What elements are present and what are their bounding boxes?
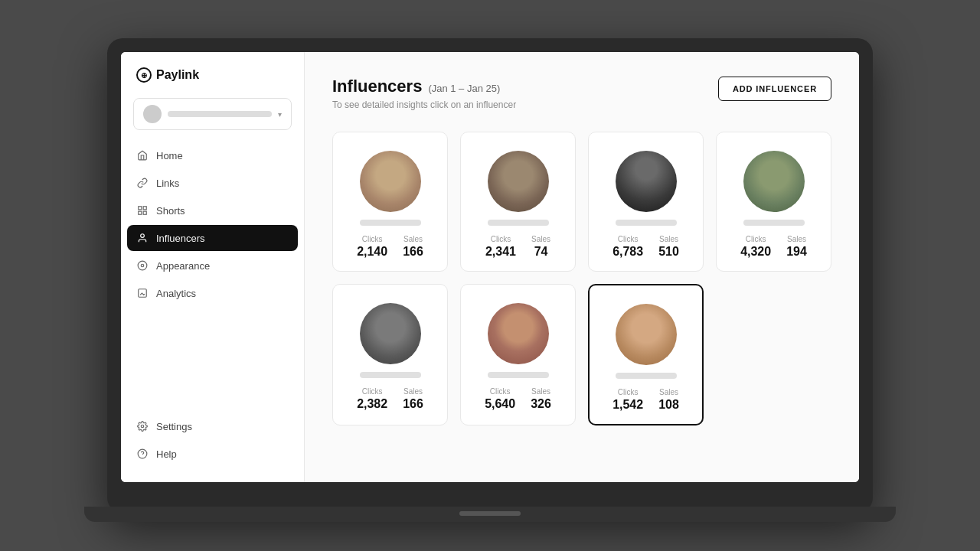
sidebar-item-appearance-label: Appearance bbox=[156, 260, 210, 272]
clicks-value-2: 2,341 bbox=[485, 245, 516, 259]
help-icon bbox=[136, 448, 149, 460]
clicks-value-3: 6,783 bbox=[612, 245, 643, 259]
sidebar-item-appearance[interactable]: Appearance bbox=[127, 253, 298, 279]
svg-point-4 bbox=[141, 234, 145, 238]
avatar bbox=[143, 105, 162, 123]
sales-label-6: Sales bbox=[531, 387, 550, 396]
sidebar-item-influencers-label: Influencers bbox=[156, 233, 205, 244]
sales-value-2: 74 bbox=[534, 245, 548, 259]
sidebar-bottom-nav: Settings Help bbox=[121, 413, 304, 467]
sales-stat-5: Sales 166 bbox=[403, 387, 423, 411]
sales-label-2: Sales bbox=[531, 235, 550, 243]
sales-stat-6: Sales 326 bbox=[531, 387, 551, 411]
person-icon bbox=[136, 232, 149, 244]
clicks-value-5: 2,382 bbox=[357, 397, 387, 411]
influencer-stats-1: Clicks 2,140 Sales 166 bbox=[345, 235, 435, 259]
sales-stat-1: Sales 166 bbox=[403, 235, 423, 259]
influencer-avatar-1 bbox=[360, 151, 421, 212]
svg-rect-1 bbox=[143, 207, 146, 210]
influencer-card-7[interactable]: Clicks 1,542 Sales 108 bbox=[588, 284, 704, 425]
laptop-base bbox=[84, 507, 896, 522]
influencer-stats-5: Clicks 2,382 Sales 166 bbox=[345, 387, 435, 411]
influencer-avatar-6 bbox=[488, 303, 549, 364]
influencer-stats-4: Clicks 4,320 Sales 194 bbox=[729, 235, 818, 259]
home-icon bbox=[136, 149, 149, 161]
influencers-grid: Clicks 2,140 Sales 166 Clicks 2,341 Sale… bbox=[332, 132, 831, 425]
influencer-card-5[interactable]: Clicks 2,382 Sales 166 bbox=[332, 284, 448, 425]
sidebar-item-links-label: Links bbox=[156, 178, 179, 189]
clicks-label-7: Clicks bbox=[618, 388, 639, 396]
sidebar-item-influencers[interactable]: Influencers bbox=[127, 225, 298, 251]
link-icon bbox=[136, 177, 149, 189]
sidebar-item-shorts-label: Shorts bbox=[156, 205, 185, 217]
sales-value-7: 108 bbox=[658, 398, 679, 412]
page-title-text: Influencers bbox=[332, 77, 422, 96]
influencer-name-3 bbox=[616, 220, 677, 226]
influencer-name-1 bbox=[360, 220, 421, 226]
influencer-avatar-4 bbox=[743, 151, 805, 212]
influencer-name-7 bbox=[616, 373, 677, 379]
profile-selector[interactable]: ▾ bbox=[133, 98, 292, 130]
clicks-stat-7: Clicks 1,542 bbox=[612, 388, 643, 412]
influencer-card-4[interactable]: Clicks 4,320 Sales 194 bbox=[716, 132, 831, 272]
clicks-label-2: Clicks bbox=[491, 235, 511, 243]
influencer-card-1[interactable]: Clicks 2,140 Sales 166 bbox=[332, 132, 448, 272]
influencer-card-2[interactable]: Clicks 2,341 Sales 74 bbox=[460, 132, 576, 272]
sidebar-item-analytics[interactable]: Analytics bbox=[127, 280, 298, 306]
settings-icon bbox=[136, 420, 149, 432]
influencer-name-5 bbox=[360, 372, 421, 378]
influencer-avatar-2 bbox=[488, 151, 549, 212]
svg-point-8 bbox=[141, 425, 144, 428]
svg-rect-0 bbox=[139, 207, 142, 210]
influencer-avatar-3 bbox=[616, 151, 677, 212]
influencer-stats-6: Clicks 5,640 Sales 326 bbox=[473, 387, 563, 411]
sidebar-item-help-label: Help bbox=[156, 448, 177, 460]
sales-stat-7: Sales 108 bbox=[658, 388, 679, 412]
sales-value-3: 510 bbox=[658, 245, 679, 259]
sidebar-item-links[interactable]: Links bbox=[127, 170, 298, 196]
clicks-value-6: 5,640 bbox=[485, 397, 515, 411]
svg-point-6 bbox=[141, 264, 144, 267]
svg-point-5 bbox=[138, 261, 147, 270]
add-influencer-button[interactable]: ADD INFLUENCER bbox=[718, 77, 831, 101]
sales-label-7: Sales bbox=[659, 388, 678, 396]
sales-value-6: 326 bbox=[531, 397, 551, 411]
sales-label-4: Sales bbox=[787, 235, 806, 243]
sidebar-item-settings-label: Settings bbox=[156, 421, 192, 432]
sidebar: ⊕ Paylink ▾ Home Li bbox=[121, 52, 305, 482]
sidebar-item-help[interactable]: Help bbox=[127, 441, 298, 467]
sales-value-1: 166 bbox=[403, 245, 423, 259]
sidebar-item-home-label: Home bbox=[156, 150, 183, 161]
clicks-value-4: 4,320 bbox=[740, 245, 771, 259]
grid-icon bbox=[136, 204, 149, 217]
sidebar-item-shorts[interactable]: Shorts bbox=[127, 197, 298, 223]
clicks-stat-1: Clicks 2,140 bbox=[357, 235, 387, 259]
clicks-stat-2: Clicks 2,341 bbox=[485, 235, 516, 259]
logo-icon: ⊕ bbox=[136, 67, 152, 83]
influencer-name-4 bbox=[743, 220, 805, 226]
sidebar-item-settings[interactable]: Settings bbox=[127, 413, 298, 439]
clicks-label-1: Clicks bbox=[362, 235, 383, 243]
clicks-label-5: Clicks bbox=[362, 387, 383, 396]
sales-label-1: Sales bbox=[403, 235, 423, 243]
sidebar-item-home[interactable]: Home bbox=[127, 142, 298, 168]
main-content: Influencers (Jan 1 – Jan 25) To see deta… bbox=[305, 52, 859, 482]
clicks-value-1: 2,140 bbox=[357, 245, 387, 259]
sidebar-item-analytics-label: Analytics bbox=[156, 288, 196, 299]
laptop-notch bbox=[459, 511, 521, 516]
clicks-stat-4: Clicks 4,320 bbox=[740, 235, 771, 259]
laptop-frame: ⊕ Paylink ▾ Home Li bbox=[107, 38, 873, 513]
clicks-label-4: Clicks bbox=[746, 235, 766, 243]
influencer-stats-3: Clicks 6,783 Sales 510 bbox=[601, 235, 691, 259]
sales-label-5: Sales bbox=[403, 387, 423, 396]
influencer-card-3[interactable]: Clicks 6,783 Sales 510 bbox=[588, 132, 704, 272]
clicks-label-6: Clicks bbox=[490, 387, 511, 396]
influencer-name-2 bbox=[488, 220, 549, 226]
clicks-stat-5: Clicks 2,382 bbox=[357, 387, 387, 411]
influencer-stats-2: Clicks 2,341 Sales 74 bbox=[473, 235, 563, 259]
sales-value-4: 194 bbox=[786, 245, 807, 259]
influencer-card-6[interactable]: Clicks 5,640 Sales 326 bbox=[460, 284, 576, 425]
svg-rect-3 bbox=[143, 211, 146, 214]
appearance-icon bbox=[136, 259, 149, 272]
main-nav: Home Links Shorts bbox=[121, 142, 304, 413]
